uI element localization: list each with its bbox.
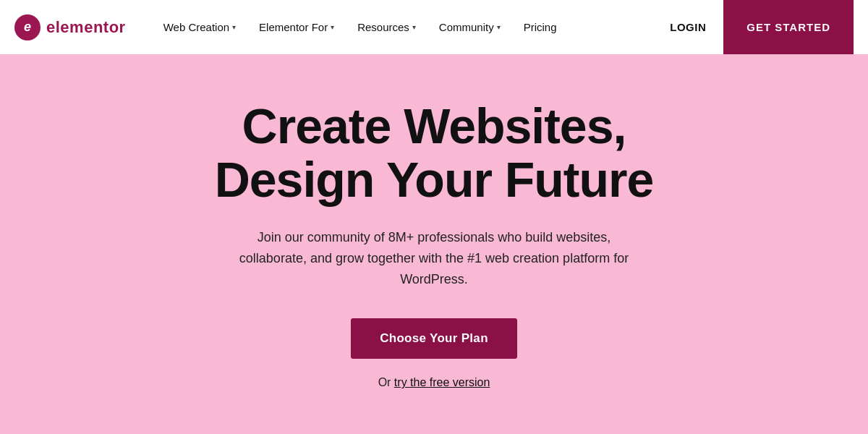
nav-label-web-creation: Web Creation: [163, 21, 229, 33]
logo-icon: e: [14, 14, 41, 41]
nav-item-resources[interactable]: Resources ▾: [349, 15, 425, 39]
free-version-link[interactable]: try the free version: [394, 376, 490, 388]
hero-title-line2: Design Your Future: [215, 152, 654, 207]
hero-title-line1: Create Websites,: [242, 98, 626, 153]
login-button[interactable]: LOGIN: [652, 14, 723, 41]
hero-subtitle: Join our community of 8M+ professionals …: [231, 227, 637, 289]
nav-right: LOGIN GET STARTED: [652, 0, 854, 54]
nav-label-elementor-for: Elementor For: [259, 21, 328, 33]
logo-icon-char: e: [24, 20, 31, 35]
free-version-text: Or try the free version: [378, 376, 490, 389]
nav-links: Web Creation ▾ Elementor For ▾ Resources…: [155, 15, 653, 39]
hero-title: Create Websites, Design Your Future: [215, 99, 654, 208]
navbar: e elementor Web Creation ▾ Elementor For…: [0, 0, 868, 54]
nav-item-web-creation[interactable]: Web Creation ▾: [155, 15, 244, 39]
free-text-prefix: Or: [378, 376, 394, 388]
nav-item-elementor-for[interactable]: Elementor For ▾: [250, 15, 343, 39]
choose-plan-button[interactable]: Choose Your Plan: [351, 318, 517, 359]
nav-label-pricing: Pricing: [524, 21, 557, 33]
chevron-down-icon: ▾: [232, 23, 236, 31]
nav-label-community: Community: [439, 21, 494, 33]
nav-item-pricing[interactable]: Pricing: [515, 15, 566, 39]
chevron-down-icon: ▾: [497, 23, 501, 31]
logo-text: elementor: [46, 18, 126, 37]
hero-section: Create Websites, Design Your Future Join…: [0, 54, 868, 434]
chevron-down-icon: ▾: [412, 23, 416, 31]
get-started-button[interactable]: GET STARTED: [723, 0, 854, 54]
chevron-down-icon: ▾: [331, 23, 334, 31]
nav-item-community[interactable]: Community ▾: [430, 15, 509, 39]
logo-link[interactable]: e elementor: [14, 14, 126, 41]
nav-label-resources: Resources: [357, 21, 409, 33]
